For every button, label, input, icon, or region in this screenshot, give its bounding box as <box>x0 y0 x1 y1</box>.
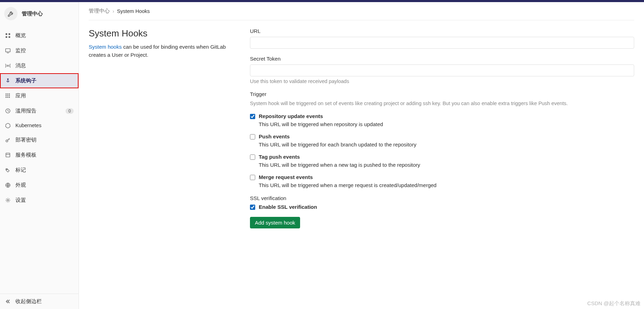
sidebar-item-label: 应用 <box>15 92 26 99</box>
svg-marker-17 <box>5 123 10 128</box>
template-icon <box>5 152 11 158</box>
sidebar-title: 管理中心 <box>22 11 43 17</box>
trigger-tag-push-help: This URL will be triggered when a new ta… <box>259 162 634 168</box>
svg-rect-0 <box>5 33 7 35</box>
url-label: URL <box>250 28 634 34</box>
sidebar-item-templates[interactable]: 服务模板 <box>0 147 79 163</box>
svg-point-20 <box>6 169 7 170</box>
sidebar-header: 管理中心 <box>0 2 79 25</box>
trigger-merge-request: Merge request events <box>250 174 634 180</box>
secret-token-input[interactable] <box>250 64 634 76</box>
trigger-push-label: Push events <box>259 133 290 139</box>
main-content: 管理中心 › System Hooks System Hooks System … <box>79 2 644 309</box>
appearance-icon <box>5 183 11 188</box>
broadcast-icon <box>5 63 11 69</box>
sidebar-item-settings[interactable]: 设置 <box>0 193 79 208</box>
trigger-label: Trigger <box>250 91 634 97</box>
sidebar-item-abuse[interactable]: 滥用报告 0 <box>0 103 79 118</box>
ssl-verification: Enable SSL verification <box>250 204 634 210</box>
svg-rect-11 <box>7 95 8 96</box>
sidebar-item-label: 系统钩子 <box>15 77 36 84</box>
svg-rect-19 <box>6 153 9 157</box>
trigger-repo-update: Repository update events <box>250 113 634 119</box>
monitor-icon <box>5 48 11 54</box>
trigger-push-checkbox[interactable] <box>250 134 255 139</box>
gear-icon <box>5 198 11 203</box>
sidebar-item-label: 标记 <box>15 167 26 173</box>
svg-point-22 <box>7 199 9 201</box>
ssl-verification-checkbox[interactable] <box>250 205 255 210</box>
sidebar-item-kubernetes[interactable]: Kubernetes <box>0 118 79 132</box>
sidebar-item-messages[interactable]: 消息 <box>0 58 79 73</box>
svg-rect-2 <box>5 36 7 38</box>
trigger-merge-request-help: This URL will be triggered when a merge … <box>259 182 634 188</box>
add-system-hook-button[interactable]: Add system hook <box>250 217 300 228</box>
breadcrumb-root[interactable]: 管理中心 <box>89 8 110 14</box>
trigger-merge-request-checkbox[interactable] <box>250 175 255 180</box>
trigger-repo-update-help: This URL will be triggered when reposito… <box>259 121 634 127</box>
sidebar-item-label: 部署密钥 <box>15 137 36 143</box>
svg-rect-1 <box>8 33 10 35</box>
wrench-icon <box>4 7 18 20</box>
sidebar-item-label: 外观 <box>15 182 26 188</box>
sidebar-footer-label: 收起侧边栏 <box>15 298 42 305</box>
trigger-tag-push-label: Tag push events <box>259 154 300 160</box>
trigger-push: Push events <box>250 133 634 139</box>
svg-rect-10 <box>5 95 6 96</box>
page-title: System Hooks <box>89 28 236 39</box>
sidebar-item-label: 服务模板 <box>15 152 36 158</box>
svg-rect-8 <box>7 94 8 95</box>
page-description-panel: System Hooks System hooks can be used fo… <box>89 28 236 228</box>
sidebar-item-label: 消息 <box>15 62 26 69</box>
sidebar-item-tags[interactable]: 标记 <box>0 163 79 178</box>
sidebar-collapse[interactable]: 收起侧边栏 <box>0 294 79 309</box>
ssl-label: SSL verification <box>250 195 634 201</box>
sidebar-item-appearance[interactable]: 外观 <box>0 178 79 193</box>
system-hook-form: URL Secret Token Use this token to valid… <box>250 28 634 228</box>
svg-rect-14 <box>7 97 8 98</box>
svg-rect-12 <box>9 95 10 96</box>
overview-icon <box>5 33 11 39</box>
breadcrumb: 管理中心 › System Hooks <box>89 6 634 20</box>
clock-icon <box>5 108 11 114</box>
tag-icon <box>5 167 11 173</box>
kubernetes-icon <box>5 123 11 128</box>
secret-token-help: Use this token to validate received payl… <box>250 78 634 84</box>
svg-rect-9 <box>9 94 10 95</box>
sidebar-nav: 概览 监控 消息 系统钩子 应用 滥用报告 0 <box>0 25 79 294</box>
sidebar-item-label: Kubernetes <box>15 123 41 128</box>
sidebar-item-apps[interactable]: 应用 <box>0 88 79 103</box>
breadcrumb-current: System Hooks <box>117 8 150 14</box>
trigger-description: System hook will be triggered on set of … <box>250 100 634 108</box>
trigger-repo-update-label: Repository update events <box>259 113 323 119</box>
svg-rect-7 <box>5 94 6 95</box>
svg-point-5 <box>7 65 8 67</box>
sidebar-item-badge: 0 <box>66 108 74 114</box>
sidebar-item-label: 设置 <box>15 197 26 204</box>
key-icon <box>5 137 11 143</box>
svg-rect-15 <box>9 97 10 98</box>
apps-icon <box>5 93 11 99</box>
sidebar-item-overview[interactable]: 概览 <box>0 28 79 43</box>
svg-rect-3 <box>8 36 10 38</box>
chevron-double-left-icon <box>5 299 11 304</box>
hook-icon <box>5 78 11 84</box>
sidebar-item-deploy-keys[interactable]: 部署密钥 <box>0 132 79 147</box>
trigger-push-help: This URL will be triggered for each bran… <box>259 142 634 147</box>
trigger-merge-request-label: Merge request events <box>259 174 313 180</box>
page-description: System hooks can be used for binding eve… <box>89 43 236 59</box>
sidebar-item-label: 滥用报告 <box>15 108 36 114</box>
breadcrumb-separator: › <box>113 8 114 14</box>
sidebar: 管理中心 概览 监控 消息 系统钩子 应用 <box>0 2 79 309</box>
trigger-tag-push-checkbox[interactable] <box>250 154 255 160</box>
sidebar-item-monitor[interactable]: 监控 <box>0 43 79 58</box>
url-input[interactable] <box>250 37 634 49</box>
sidebar-item-system-hooks[interactable]: 系统钩子 <box>0 73 79 88</box>
sidebar-item-label: 概览 <box>15 32 26 39</box>
secret-token-label: Secret Token <box>250 56 634 62</box>
system-hooks-link[interactable]: System hooks <box>89 44 122 50</box>
svg-rect-13 <box>5 97 6 98</box>
ssl-verification-label: Enable SSL verification <box>259 204 317 210</box>
trigger-repo-update-checkbox[interactable] <box>250 114 255 119</box>
svg-rect-4 <box>5 49 10 52</box>
